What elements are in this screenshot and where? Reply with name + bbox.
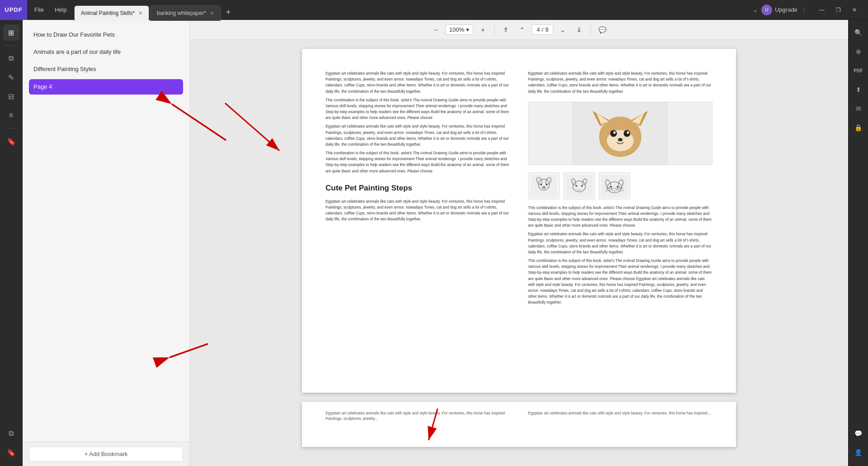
zoom-dropdown-icon: ▾	[466, 26, 469, 33]
nav-last-button[interactable]: ⇓	[572, 23, 586, 37]
left-icon-sidebar: ⊞ ⧉ ✎ ⊟ ≡ 🔖 ⧉ 🔖	[0, 20, 23, 466]
svg-point-29	[610, 186, 612, 188]
svg-point-8	[623, 130, 630, 137]
svg-point-18	[542, 186, 546, 188]
divider	[5, 128, 18, 128]
tab-close-icon[interactable]: ✕	[138, 10, 142, 16]
pdf-right-column: Egyptian art celebrates animals like cat…	[528, 71, 712, 308]
right-mail-icon[interactable]: ✉	[850, 100, 867, 117]
svg-rect-19	[566, 175, 593, 197]
pdf-right-body-1: Egyptian art celebrates animals like cat…	[528, 71, 712, 95]
nav-next-button[interactable]: ⌄	[556, 23, 570, 37]
right-comment-icon[interactable]: 💬	[850, 425, 867, 442]
thumbnail-3	[599, 172, 630, 200]
upgrade-button[interactable]: U Upgrade	[761, 5, 797, 15]
title-bar-right: ⌄ U Upgrade | — ❐ ✕	[753, 3, 868, 17]
svg-point-24	[581, 185, 583, 187]
tab-bar: Animal Painting Skills* ✕ banking whitep…	[74, 0, 753, 20]
thumbnails-row	[528, 172, 712, 200]
zoom-level: 100%	[449, 26, 464, 33]
dropdown-arrow[interactable]: ⌄	[753, 7, 758, 13]
right-sidebar: 🔍 ⊕ PDF ⬆ ✉ 🔒 💬 👤	[848, 20, 868, 466]
right-magnify-icon[interactable]: ⊕	[850, 43, 867, 60]
zoom-display[interactable]: 100% ▾	[445, 24, 473, 35]
section-heading: Cute Pet Painting Steps	[326, 183, 510, 193]
svg-point-30	[617, 186, 618, 188]
add-bookmark-button[interactable]: + Add Bookmark	[29, 447, 183, 461]
tab-close-icon[interactable]: ✕	[210, 10, 214, 16]
right-search-icon[interactable]: 🔍	[850, 24, 867, 41]
sidebar-layers2-icon[interactable]: ⧉	[3, 425, 19, 442]
nav-first-button[interactable]: ⇑	[499, 23, 513, 37]
zoom-out-button[interactable]: −	[429, 23, 443, 37]
svg-rect-25	[601, 175, 628, 197]
pdf-left-column: Egyptian art celebrates animals like cat…	[326, 71, 510, 308]
sidebar-home-icon[interactable]: ⊞	[3, 24, 19, 41]
dog-illustration	[528, 102, 712, 165]
close-button[interactable]: ✕	[846, 3, 863, 17]
right-upload-icon[interactable]: ⬆	[850, 81, 867, 98]
right-person-icon[interactable]: 👤	[850, 444, 867, 461]
svg-point-7	[610, 130, 617, 137]
window-controls: — ❐ ✕	[814, 3, 863, 17]
tab-label: banking whitepaper*	[157, 10, 206, 16]
pdf-section-body: Egyptian art celebrates animals like cat…	[326, 199, 510, 223]
help-menu[interactable]: Help	[49, 5, 72, 15]
sidebar-edit-icon[interactable]: ✎	[3, 69, 19, 86]
file-menu[interactable]: File	[29, 5, 49, 15]
tab-animal-painting[interactable]: Animal Painting Skills* ✕	[74, 5, 149, 21]
title-bar: UPDF File Help Animal Painting Skills* ✕…	[0, 0, 868, 20]
pdf-viewport[interactable]: Egyptian art celebrates animals like cat…	[190, 40, 848, 466]
page-current[interactable]: 4	[537, 26, 540, 33]
pdf-para-4: This combination is the subject of this …	[326, 150, 510, 174]
sidebar-bottom: ⧉ 🔖	[3, 425, 19, 466]
minimize-button[interactable]: —	[814, 3, 830, 17]
maximize-button[interactable]: ❐	[830, 3, 846, 17]
svg-line-37	[225, 103, 279, 151]
add-tab-button[interactable]: +	[222, 5, 236, 20]
zoom-in-button[interactable]: +	[476, 23, 490, 37]
svg-point-10	[627, 131, 629, 133]
left-panel-footer: + Add Bookmark	[23, 442, 189, 466]
sidebar-list-icon[interactable]: ≡	[3, 107, 19, 124]
comment-toggle-button[interactable]: 💬	[595, 23, 609, 37]
sidebar-grid-icon[interactable]: ⊟	[3, 88, 19, 105]
nav-prev-button[interactable]: ⌃	[515, 23, 529, 37]
pdf-para-3: Egyptian art celebrates animals like cat…	[326, 124, 510, 147]
right-sidebar-bottom: 💬 👤	[850, 425, 867, 466]
tab-banking[interactable]: banking whitepaper* ✕	[150, 5, 221, 21]
main-area: ⊞ ⧉ ✎ ⊟ ≡ 🔖 ⧉ 🔖 How to Draw Our Favorite…	[0, 20, 868, 466]
upgrade-label: Upgrade	[775, 6, 797, 13]
pdf-page-4: Egyptian art celebrates animals like cat…	[302, 49, 736, 393]
svg-point-16	[540, 184, 542, 185]
page-separator: /	[542, 26, 543, 33]
sidebar-layers-icon[interactable]: ⧉	[3, 50, 19, 67]
right-lock-icon[interactable]: 🔒	[850, 119, 867, 136]
svg-point-17	[546, 184, 547, 185]
svg-point-9	[613, 131, 616, 133]
outline-item-2[interactable]: Different Painting Styles	[29, 62, 183, 77]
svg-rect-12	[530, 175, 557, 197]
divider	[5, 45, 18, 46]
pdf-page-next: Egyptian art celebrates animals like cat…	[302, 402, 736, 447]
page-navigation: 4 / 9	[532, 24, 553, 35]
outline-panel: How to Draw Our Favorite Pets Animals ar…	[23, 20, 189, 442]
outline-item-page4[interactable]: Page 4	[29, 79, 183, 95]
outline-item-1[interactable]: Animals are a part of our daily life	[29, 44, 183, 60]
left-panel: How to Draw Our Favorite Pets Animals ar…	[23, 20, 190, 466]
toolbar: − 100% ▾ + ⇑ ⌃ 4 / 9 ⌄ ⇓ 💬	[190, 20, 848, 40]
sidebar-bookmark2-icon[interactable]: 🔖	[3, 444, 19, 461]
thumbnail-1	[528, 172, 560, 200]
pdf-left-body: Egyptian art celebrates animals like cat…	[326, 71, 510, 174]
pdf-para-2: This combination is the subject of this …	[326, 97, 510, 121]
pdf-right-body-2: This combination is the subject of this …	[528, 205, 712, 306]
content-area: − 100% ▾ + ⇑ ⌃ 4 / 9 ⌄ ⇓ 💬	[190, 20, 848, 466]
app-logo: UPDF	[0, 0, 27, 20]
svg-point-23	[576, 185, 577, 187]
page-total: 9	[545, 26, 548, 33]
user-avatar: U	[761, 5, 772, 15]
pdf-para-1: Egyptian art celebrates animals like cat…	[326, 71, 510, 95]
right-pdf-icon[interactable]: PDF	[850, 62, 867, 79]
sidebar-bookmark-icon[interactable]: 🔖	[3, 133, 19, 149]
outline-item-0[interactable]: How to Draw Our Favorite Pets	[29, 27, 183, 43]
